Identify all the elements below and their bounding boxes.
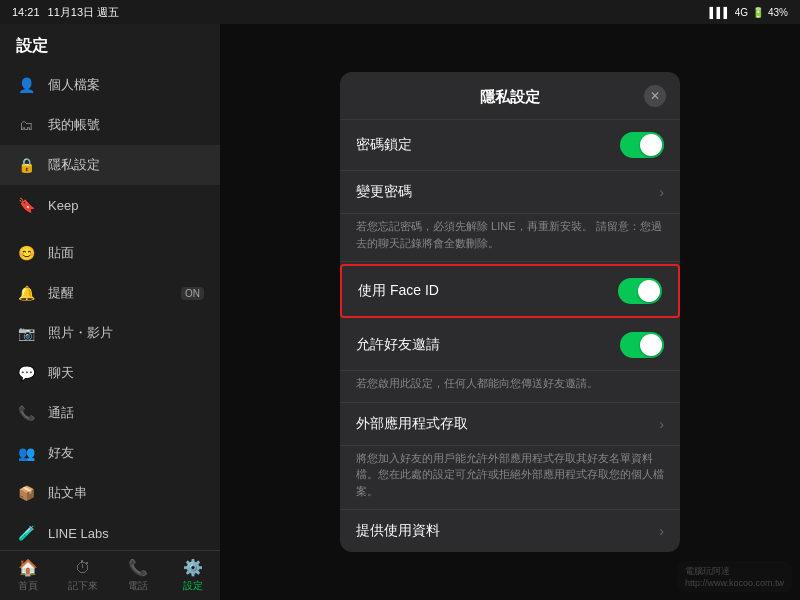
sidebar-label-chats: 聊天 bbox=[48, 364, 204, 382]
notifications-icon: 🔔 bbox=[16, 283, 36, 303]
password-note: 若您忘記密碼，必須先解除 LINE，再重新安裝。 請留意：您過去的聊天記錄將會全… bbox=[340, 214, 680, 262]
sidebar-item-line-labs[interactable]: 🧪 LINE Labs bbox=[0, 513, 220, 553]
tab-settings[interactable]: ⚙️ 設定 bbox=[165, 558, 220, 593]
status-right: ▌▌▌ 4G 🔋 43% bbox=[709, 7, 788, 18]
sidebar-item-chats[interactable]: 💬 聊天 bbox=[0, 353, 220, 393]
sidebar-title: 設定 bbox=[0, 24, 220, 65]
usage-data-label: 提供使用資料 bbox=[356, 522, 659, 540]
sidebar-item-calls[interactable]: 📞 通話 bbox=[0, 393, 220, 433]
sidebar-label-calls: 通話 bbox=[48, 404, 204, 422]
usage-data-row[interactable]: 提供使用資料 › bbox=[340, 510, 680, 552]
tab-phone-icon: 📞 bbox=[128, 558, 148, 577]
modal-overlay: 隱私設定 ✕ 密碼鎖定 bbox=[220, 24, 800, 600]
allow-friend-note: 若您啟用此設定，任何人都能向您傳送好友邀請。 bbox=[340, 371, 680, 403]
sidebar-label-friends: 好友 bbox=[48, 444, 204, 462]
external-app-note: 將您加入好友的用戶能允許外部應用程式存取其好友名單資料檔。您在此處的設定可允許或… bbox=[340, 446, 680, 511]
tab-settings-icon: ⚙️ bbox=[183, 558, 203, 577]
status-date: 11月13日 週五 bbox=[48, 5, 120, 20]
change-password-row[interactable]: 變更密碼 › bbox=[340, 171, 680, 214]
notifications-badge: ON bbox=[181, 287, 204, 300]
privacy-icon: 🔒 bbox=[16, 155, 36, 175]
allow-friend-toggle-knob bbox=[640, 334, 662, 356]
allow-friend-content: 允許好友邀請 bbox=[356, 336, 620, 354]
tab-home-icon: 🏠 bbox=[18, 558, 38, 577]
chats-icon: 💬 bbox=[16, 363, 36, 383]
password-lock-toggle[interactable] bbox=[620, 132, 664, 158]
battery-icon: 🔋 bbox=[752, 7, 764, 18]
tab-history-icon: ⏱ bbox=[75, 559, 91, 577]
sidebar-label-profile: 個人檔案 bbox=[48, 76, 204, 94]
main-content: 隱私設定 ✕ 密碼鎖定 bbox=[220, 24, 800, 600]
password-lock-content: 密碼鎖定 bbox=[356, 136, 620, 154]
allow-friend-note-text: 若您啟用此設定，任何人都能向您傳送好友邀請。 bbox=[356, 377, 598, 389]
status-left: 14:21 11月13日 週五 bbox=[12, 5, 119, 20]
close-icon: ✕ bbox=[650, 89, 660, 103]
tab-history-label: 記下來 bbox=[68, 579, 98, 593]
password-note-text: 若您忘記密碼，必須先解除 LINE，再重新安裝。 請留意：您過去的聊天記錄將會全… bbox=[356, 220, 662, 249]
sidebar-item-account[interactable]: 🗂 我的帳號 bbox=[0, 105, 220, 145]
photos-icon: 📷 bbox=[16, 323, 36, 343]
sidebar-item-friends[interactable]: 👥 好友 bbox=[0, 433, 220, 473]
line-labs-icon: 🧪 bbox=[16, 523, 36, 543]
tab-bar: 🏠 首頁 ⏱ 記下來 📞 電話 ⚙️ 設定 bbox=[0, 550, 220, 600]
sidebar-label-stickers: 貼面 bbox=[48, 244, 204, 262]
modal-close-button[interactable]: ✕ bbox=[644, 85, 666, 107]
password-lock-toggle-knob bbox=[640, 134, 662, 156]
sidebar-item-photos[interactable]: 📷 照片・影片 bbox=[0, 313, 220, 353]
account-icon: 🗂 bbox=[16, 115, 36, 135]
face-id-row[interactable]: 使用 Face ID bbox=[340, 264, 680, 318]
external-app-content: 外部應用程式存取 bbox=[356, 415, 659, 433]
sidebar-item-profile[interactable]: 👤 個人檔案 bbox=[0, 65, 220, 105]
profile-icon: 👤 bbox=[16, 75, 36, 95]
allow-friend-label: 允許好友邀請 bbox=[356, 336, 620, 354]
allow-friend-row[interactable]: 允許好友邀請 bbox=[340, 320, 680, 371]
keep-icon: 🔖 bbox=[16, 195, 36, 215]
external-app-arrow: › bbox=[659, 416, 664, 432]
app-container: 設定 👤 個人檔案 🗂 我的帳號 🔒 隱私設定 🔖 Keep 😊 貼面 🔔 提醒… bbox=[0, 24, 800, 600]
network-type: 4G bbox=[735, 7, 748, 18]
usage-data-content: 提供使用資料 bbox=[356, 522, 659, 540]
face-id-toggle[interactable] bbox=[618, 278, 662, 304]
status-bar: 14:21 11月13日 週五 ▌▌▌ 4G 🔋 43% bbox=[0, 0, 800, 24]
sidebar-item-keep[interactable]: 🔖 Keep bbox=[0, 185, 220, 225]
change-password-arrow: › bbox=[659, 184, 664, 200]
signal-icon: ▌▌▌ bbox=[709, 7, 730, 18]
external-app-label: 外部應用程式存取 bbox=[356, 415, 659, 433]
change-password-content: 變更密碼 bbox=[356, 183, 659, 201]
tab-phone[interactable]: 📞 電話 bbox=[110, 558, 165, 593]
sidebar-item-sticker-shop[interactable]: 📦 貼文串 bbox=[0, 473, 220, 513]
tab-home-label: 首頁 bbox=[18, 579, 38, 593]
sidebar-label-privacy: 隱私設定 bbox=[48, 156, 204, 174]
sidebar-label-account: 我的帳號 bbox=[48, 116, 204, 134]
sidebar-label-line-labs: LINE Labs bbox=[48, 526, 204, 541]
status-time: 14:21 bbox=[12, 6, 40, 18]
face-id-label: 使用 Face ID bbox=[358, 282, 618, 300]
modal-title: 隱私設定 bbox=[480, 88, 540, 107]
privacy-modal: 隱私設定 ✕ 密碼鎖定 bbox=[340, 72, 680, 552]
external-app-row[interactable]: 外部應用程式存取 › bbox=[340, 403, 680, 446]
tab-home[interactable]: 🏠 首頁 bbox=[0, 558, 55, 593]
password-lock-row[interactable]: 密碼鎖定 bbox=[340, 120, 680, 171]
sticker-shop-icon: 📦 bbox=[16, 483, 36, 503]
tab-history[interactable]: ⏱ 記下來 bbox=[55, 559, 110, 593]
friends-icon: 👥 bbox=[16, 443, 36, 463]
change-password-label: 變更密碼 bbox=[356, 183, 659, 201]
modal-header: 隱私設定 ✕ bbox=[340, 72, 680, 120]
face-id-content: 使用 Face ID bbox=[358, 282, 618, 300]
sidebar-item-stickers[interactable]: 😊 貼面 bbox=[0, 233, 220, 273]
sidebar: 設定 👤 個人檔案 🗂 我的帳號 🔒 隱私設定 🔖 Keep 😊 貼面 🔔 提醒… bbox=[0, 24, 220, 550]
sidebar-label-notifications: 提醒 bbox=[48, 284, 169, 302]
sidebar-item-notifications[interactable]: 🔔 提醒 ON bbox=[0, 273, 220, 313]
external-app-note-text: 將您加入好友的用戶能允許外部應用程式存取其好友名單資料檔。您在此處的設定可允許或… bbox=[356, 452, 664, 497]
allow-friend-toggle[interactable] bbox=[620, 332, 664, 358]
usage-data-arrow: › bbox=[659, 523, 664, 539]
tab-phone-label: 電話 bbox=[128, 579, 148, 593]
battery-level: 43% bbox=[768, 7, 788, 18]
sidebar-label-keep: Keep bbox=[48, 198, 204, 213]
face-id-toggle-knob bbox=[638, 280, 660, 302]
modal-body: 密碼鎖定 變更密碼 › 若您 bbox=[340, 120, 680, 552]
stickers-icon: 😊 bbox=[16, 243, 36, 263]
tab-settings-label: 設定 bbox=[183, 579, 203, 593]
calls-icon: 📞 bbox=[16, 403, 36, 423]
sidebar-item-privacy[interactable]: 🔒 隱私設定 bbox=[0, 145, 220, 185]
